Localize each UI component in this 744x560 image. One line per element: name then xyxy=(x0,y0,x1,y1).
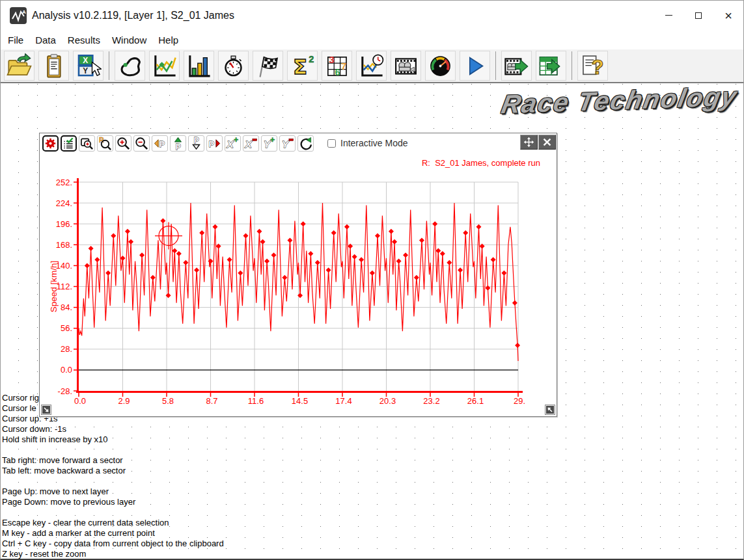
menu-data[interactable]: Data xyxy=(29,32,62,48)
x-tick-label: 0.0 xyxy=(74,396,86,406)
minimize-icon xyxy=(665,15,672,16)
prev-point-button[interactable]: P xyxy=(152,135,168,152)
xy-graph-icon xyxy=(151,53,178,79)
open-data-file-button[interactable] xyxy=(4,51,34,81)
zoom-out-button[interactable] xyxy=(133,135,150,152)
svg-text:X: X xyxy=(244,139,252,150)
play-run-icon xyxy=(462,53,488,79)
x-tick-label: 23.2 xyxy=(423,396,439,406)
zoom-in-button[interactable] xyxy=(115,135,131,152)
svg-text:7: 7 xyxy=(341,60,346,71)
video-camera-icon xyxy=(393,53,419,79)
svg-text:Y: Y xyxy=(282,139,290,150)
histogram-button[interactable] xyxy=(184,51,214,81)
title-bar: A Analysis v10.2.119, [Layer 1], S2_01 J… xyxy=(1,1,743,30)
shortcut-line: Page Down: move to previous layer xyxy=(2,497,224,507)
statistics-sigma-button[interactable]: Σ2 xyxy=(287,51,318,81)
menu-window[interactable]: Window xyxy=(106,32,152,48)
menu-help[interactable]: Help xyxy=(152,32,184,48)
svg-text:+: + xyxy=(270,136,275,144)
track-map-button[interactable] xyxy=(115,51,145,81)
resize-grip-left[interactable] xyxy=(41,405,51,415)
resize-icon xyxy=(545,405,555,414)
open-data-file-icon xyxy=(6,53,33,79)
shortcut-line xyxy=(2,507,224,518)
y-plus-icon: Y+ xyxy=(262,136,277,151)
y-tick-label: 252. xyxy=(56,178,72,187)
toolbar-separator xyxy=(109,51,109,80)
export-table-icon xyxy=(538,53,564,79)
point-down-icon: P xyxy=(189,136,204,151)
chart-settings-button[interactable] xyxy=(42,135,59,152)
svg-text:+: + xyxy=(234,136,238,144)
main-toolbar: XYΣ2367? xyxy=(1,49,743,83)
lap-timer-button[interactable] xyxy=(218,51,249,81)
xy-graph-button[interactable] xyxy=(149,51,180,81)
zoom-box-icon xyxy=(79,136,94,151)
export-table-button[interactable] xyxy=(536,51,566,81)
svg-text:X: X xyxy=(226,139,234,150)
reset-zoom-button[interactable] xyxy=(297,135,314,152)
x-tick-label: 26.1 xyxy=(467,396,484,406)
speed-distance-chart[interactable]: 252.224.196.168.140.112.84.56.28.0.0-28.… xyxy=(40,153,557,407)
interactive-mode-label: Interactive Mode xyxy=(340,138,408,148)
x-tick-label: 8.7 xyxy=(206,396,217,406)
help-document-button[interactable]: ? xyxy=(577,51,608,81)
x-tick-label: 14.5 xyxy=(292,396,308,406)
reset-zoom-icon xyxy=(298,136,313,151)
xy-data-values-button[interactable]: XY xyxy=(73,51,103,81)
cursor-crosshair[interactable] xyxy=(155,222,182,250)
y-minus-button[interactable]: Y xyxy=(279,135,296,152)
close-chart-window-button[interactable] xyxy=(538,135,556,150)
point-down-button[interactable]: P xyxy=(188,135,204,152)
y-tick-label: 84. xyxy=(61,302,72,312)
report-clipboard-button[interactable] xyxy=(38,51,69,81)
zoom-run-button[interactable]: R xyxy=(97,135,113,152)
chart-window-toolbar: RPPPPX+XY+YInteractive Mode xyxy=(40,133,557,153)
resize-grip-right[interactable] xyxy=(545,405,555,415)
x-plus-button[interactable]: X+ xyxy=(225,135,241,152)
finish-flag-icon xyxy=(255,53,281,79)
data-selection-button[interactable] xyxy=(61,135,77,152)
next-point-button[interactable]: P xyxy=(206,135,223,152)
x-minus-button[interactable]: X xyxy=(243,135,259,152)
svg-text:X: X xyxy=(83,56,88,65)
chart-window[interactable]: RPPPPX+XY+YInteractive Mode R: S2_01 Jam… xyxy=(39,133,557,417)
export-video-button[interactable] xyxy=(501,51,532,81)
close-icon xyxy=(542,137,553,148)
menu-results[interactable]: Results xyxy=(62,32,106,48)
graph-time-button[interactable] xyxy=(356,51,387,81)
y-plus-button[interactable]: Y+ xyxy=(261,135,277,152)
minimize-button[interactable] xyxy=(654,1,683,30)
zoom-box-button[interactable] xyxy=(79,135,95,152)
dashboard-gauge-button[interactable] xyxy=(425,51,456,81)
x-tick-label: 5.8 xyxy=(162,396,174,406)
interactive-mode-checkbox[interactable] xyxy=(327,139,336,148)
app-logo-icon: A xyxy=(10,7,27,24)
shortcut-line xyxy=(2,445,224,455)
move-window-button[interactable] xyxy=(520,135,538,150)
x-tick-label: 17.4 xyxy=(335,396,351,406)
y-tick-label: 112. xyxy=(57,282,72,291)
svg-text:P: P xyxy=(159,139,165,148)
report-clipboard-icon xyxy=(40,53,67,79)
sector-times-grid-button[interactable]: 367 xyxy=(322,51,352,81)
y-minus-icon: Y xyxy=(280,136,295,151)
resize-icon xyxy=(42,405,51,414)
close-button[interactable]: × xyxy=(713,1,743,30)
track-map-icon xyxy=(117,53,143,79)
finish-flag-button[interactable] xyxy=(253,51,283,81)
y-tick-label: -28. xyxy=(58,386,72,396)
menu-file[interactable]: File xyxy=(2,32,29,48)
svg-text:?: ? xyxy=(592,56,604,79)
toolbar-separator xyxy=(495,51,496,80)
maximize-button[interactable] xyxy=(683,1,713,30)
svg-text:6: 6 xyxy=(335,67,340,77)
video-camera-button[interactable] xyxy=(391,51,421,81)
point-up-button[interactable]: P xyxy=(170,135,186,152)
play-run-button[interactable] xyxy=(460,51,490,81)
svg-text:P: P xyxy=(194,136,199,145)
shortcut-line: Tab right: move forward a sector xyxy=(2,455,224,466)
shortcut-line: Cursor down: -1s xyxy=(2,424,224,434)
keyboard-shortcuts-text: Cursor rigCursor leCursor up: +1sCursor … xyxy=(2,393,224,559)
